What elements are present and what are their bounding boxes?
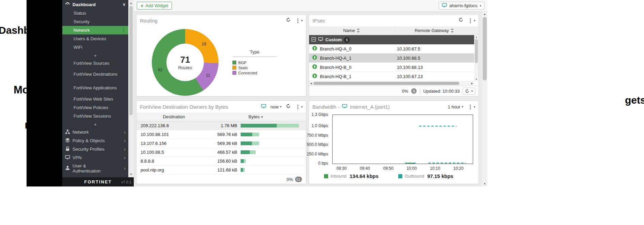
scroll-down-icon[interactable]: ▼ — [482, 181, 487, 186]
scroll-left-icon[interactable]: ◀ — [309, 81, 313, 86]
x-axis-tick: 09:50 — [383, 166, 393, 171]
ipsec-widget-header: IPsec ⋮▾ — [309, 15, 479, 26]
collapse-minus-icon[interactable] — [311, 37, 316, 43]
fortiview-rows: 209.222.136.61.76 MB10.100.88.101569.76 … — [136, 121, 306, 175]
scroll-up-icon[interactable]: ▲ — [482, 12, 487, 17]
legend-item[interactable]: Static — [232, 65, 277, 70]
refresh-icon[interactable] — [458, 17, 463, 24]
bandwidth-legend: Inbound134.64 kbpsOutbound97.15 kbps — [309, 173, 479, 179]
refresh-icon[interactable] — [286, 104, 291, 110]
sidebar-item-network[interactable]: Network › — [62, 128, 128, 136]
y-axis-tick: 1.0 Gbps — [311, 123, 328, 128]
time-range-dropdown[interactable]: 1 hour▾ — [448, 104, 463, 109]
ipsec-tunnel-row[interactable]: Branch-HQ-A_1 10.100.68.5 — [309, 54, 479, 63]
drag-dots-icon[interactable]: ⋮ — [121, 27, 126, 33]
bandwidth-xlabels: 09:3009:4009:5010:0010:1010:20 — [332, 166, 473, 171]
sidebar-item-dashboard[interactable]: Dashboard ∨ — [62, 0, 128, 9]
scroll-down-icon[interactable]: ▼ — [128, 172, 134, 177]
fortiview-row[interactable]: 8.8.8.8156.60 kB — [136, 157, 306, 166]
fortiview-row[interactable]: 209.222.136.61.76 MB — [136, 121, 306, 130]
legend-item[interactable]: Connected — [232, 70, 277, 75]
add-dashboard-button[interactable]: + — [62, 51, 128, 59]
column-header-bytes[interactable]: Bytes▾ — [211, 114, 300, 119]
widget-menu-icon[interactable]: ⋮▾ — [295, 104, 303, 110]
content-scrollbar[interactable]: ▲ ▼ — [482, 12, 487, 186]
chevron-right-icon: › — [124, 166, 126, 171]
policy-layers-icon — [65, 138, 70, 144]
sidebar-item-wifi[interactable]: WiFi — [62, 43, 128, 51]
ipsec-tunnel-row[interactable]: Branch-HQ-B_1 10.100.67.13 — [309, 72, 479, 81]
ipsec-horizontal-scrollbar[interactable]: ◀ ▶ — [309, 81, 474, 86]
bring-up-icon[interactable] — [312, 46, 317, 52]
time-range-dropdown[interactable]: now▾ — [271, 104, 281, 109]
widget-menu-icon[interactable]: ⋮▾ — [468, 17, 475, 24]
sidebar-item-vpn[interactable]: VPN › — [62, 153, 128, 162]
sidebar-item-fortiview-destinations[interactable]: FortiView Destinations — [62, 68, 128, 81]
remote-gateway: 10.100.68.5 — [394, 56, 474, 61]
dashboard-toolbar: + Add Widget aharris-fgdocs ▾ — [134, 0, 487, 12]
artifact-text-gets: gets — [625, 94, 644, 106]
sidebar-item-status[interactable]: Status — [62, 9, 128, 17]
scrollbar-thumb[interactable] — [129, 6, 133, 115]
admin-menu-button[interactable]: aharris-fgdocs ▾ — [439, 2, 484, 10]
sidebar-item-fortiview-sources[interactable]: FortiView Sources — [62, 59, 128, 68]
ipsec-tunnel-row[interactable]: Branch-HQ-B_0 10.100.68.13 — [309, 63, 479, 72]
add-widget-button[interactable]: + Add Widget — [137, 2, 172, 10]
legend-item[interactable]: BGP — [232, 60, 277, 65]
sidebar-item-user-authentication[interactable]: User & Authentication › — [62, 162, 128, 175]
sidebar-item-label: FortiView Applications — [74, 85, 117, 91]
scroll-up-icon[interactable]: ▲ — [474, 35, 479, 39]
dashboard-gauge-icon — [65, 1, 70, 7]
ipsec-widget-footer: 0% 6 Updated: 10:00:33 ▾ — [309, 86, 479, 96]
scroll-right-icon[interactable]: ▶ — [470, 81, 474, 86]
sidebar-item-security-profiles[interactable]: Security Profiles › — [62, 145, 128, 153]
column-header-destination[interactable]: Destination — [136, 114, 211, 119]
sidebar-item-network-dashboard[interactable]: Network ⋮ — [62, 26, 128, 34]
refresh-dropdown-button[interactable]: ▾ — [463, 88, 475, 95]
scrollbar-thumb[interactable] — [313, 82, 459, 85]
y-axis-tick: 0 bps — [318, 161, 328, 166]
fortiview-row[interactable]: 10.100.88.5466.57 kB — [136, 148, 306, 157]
column-header-remote-gateway[interactable]: Remote Gateway — [394, 28, 474, 33]
sidebar-item-fortiview-sessions[interactable]: FortiView Sessions — [62, 112, 128, 120]
scrollbar-thumb[interactable] — [475, 39, 478, 63]
bring-up-icon[interactable] — [312, 64, 317, 70]
scrollbar-thumb[interactable] — [483, 17, 487, 80]
refresh-icon[interactable] — [286, 17, 291, 24]
scroll-down-icon[interactable]: ▼ — [474, 77, 479, 81]
updated-label: Updated: 10:00:33 — [423, 89, 460, 94]
ipsec-tunnel-row[interactable]: Branch-HQ-A_0 10.100.67.5 — [309, 44, 479, 54]
widget-title: Routing — [140, 18, 158, 24]
column-header-name[interactable]: Name — [309, 28, 394, 33]
legend-label: Connected — [238, 71, 257, 75]
sidebar-item-fortiview-web-sites[interactable]: FortiView Web Sites — [62, 95, 128, 103]
legend-swatch — [232, 66, 236, 70]
destination-cell: 13.107.6.156 — [136, 141, 208, 146]
series-value: 97.15 kbps — [427, 173, 453, 179]
sidebar-item-fortiview-applications[interactable]: FortiView Applications — [62, 81, 128, 95]
fortiview-row[interactable]: 13.107.6.156569.36 kB — [136, 139, 306, 148]
scroll-up-icon[interactable]: ▲ — [128, 1, 134, 5]
sidebar-scrollbar[interactable]: ▲ ▼ — [128, 0, 134, 177]
add-fortiview-button[interactable]: + — [62, 120, 128, 128]
sidebar-item-security[interactable]: Security — [62, 17, 128, 26]
y-axis-tick: 750.0 Mbps — [307, 133, 328, 138]
sidebar-item-policy-objects[interactable]: Policy & Objects › — [62, 136, 128, 145]
sidebar-item-fortiview-policies[interactable]: FortiView Policies — [62, 103, 128, 112]
ipsec-vertical-scrollbar[interactable]: ▲ ▼ — [474, 35, 479, 81]
widget-menu-icon[interactable]: ⋮▾ — [468, 104, 475, 110]
bring-up-icon[interactable] — [312, 55, 317, 61]
widget-menu-icon[interactable]: ⋮▾ — [295, 17, 303, 24]
bandwidth-legend-item[interactable]: Outbound97.15 kbps — [398, 173, 453, 179]
chevron-down-icon: ▾ — [462, 105, 463, 108]
bring-up-icon[interactable] — [312, 73, 317, 79]
routing-donut[interactable]: 71 Routes 181142 — [152, 29, 219, 96]
fortiview-row[interactable]: 10.100.88.101569.76 kB — [136, 130, 306, 139]
bandwidth-legend-item[interactable]: Inbound134.64 kbps — [324, 173, 379, 179]
destination-cell: 209.222.136.6 — [136, 123, 208, 128]
sidebar-item-users-devices[interactable]: Users & Devices — [62, 34, 128, 43]
bandwidth-widget-header: Bandwidth - Internet_A (port1) 1 hour▾ ⋮… — [309, 101, 479, 112]
ipsec-group-row[interactable]: Custom 6 — [309, 35, 479, 44]
fortiview-row[interactable]: pool.ntp.org121.68 kB — [136, 166, 306, 175]
series-value: 134.64 kbps — [350, 173, 379, 179]
